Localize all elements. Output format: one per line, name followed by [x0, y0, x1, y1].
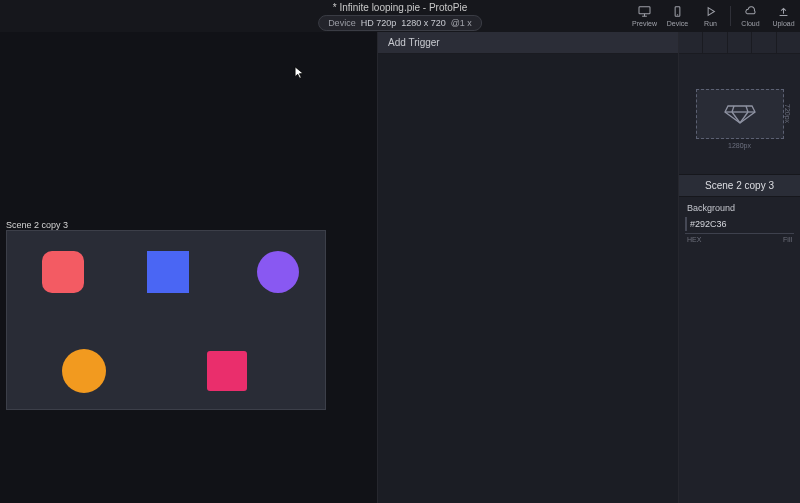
svg-rect-0 [639, 6, 650, 13]
inspector-panel: 1280px 720px Scene 2 copy 3 Background ✎… [678, 32, 800, 503]
inspector-action-2[interactable] [703, 32, 727, 53]
background-color-row: ✎ [679, 217, 800, 233]
scene-name-header[interactable]: Scene 2 copy 3 [679, 174, 800, 197]
preview-width-label: 1280px [697, 142, 783, 149]
svg-line-10 [746, 106, 748, 112]
device-scale: @1 x [451, 18, 472, 28]
svg-marker-5 [708, 7, 714, 15]
shape-circle-orange[interactable] [62, 349, 106, 393]
inspector-action-5[interactable] [777, 32, 800, 53]
preview-height-label: 720px [784, 90, 791, 138]
cloud-icon [744, 6, 757, 18]
device-button[interactable]: Device [661, 0, 694, 32]
scene-frame[interactable] [6, 230, 326, 410]
device-preset: HD 720p [361, 18, 397, 28]
shape-circle-purple[interactable] [257, 251, 299, 293]
inspector-action-3[interactable] [728, 32, 752, 53]
shape-square-pink[interactable] [207, 351, 247, 391]
document-title: * Infinite looping.pie - ProtoPie [333, 2, 468, 13]
interaction-panel: Add Trigger [377, 32, 678, 503]
monitor-icon [638, 6, 651, 18]
upload-button[interactable]: Upload [767, 0, 800, 32]
background-swatch[interactable] [685, 217, 687, 231]
scene-preview[interactable]: 1280px 720px [679, 54, 800, 174]
background-section-label: Background [679, 197, 800, 217]
add-trigger-button[interactable]: Add Trigger [378, 32, 678, 54]
interaction-body[interactable] [378, 54, 678, 503]
fill-sublabel: Fill [783, 236, 792, 243]
device-size: 1280 x 720 [401, 18, 446, 28]
device-selector[interactable]: Device HD 720p 1280 x 720 @1 x [318, 15, 482, 31]
device-label: Device [328, 18, 356, 28]
svg-marker-6 [725, 106, 755, 123]
canvas-panel[interactable]: Scene 2 copy 3 [0, 32, 377, 503]
toolbar-right: Preview Device Run Cloud Upload [628, 0, 800, 32]
separator [730, 6, 731, 26]
play-icon [704, 6, 717, 18]
hex-sublabel: HEX [687, 236, 701, 243]
cursor-icon [294, 66, 305, 84]
diamond-icon [723, 103, 757, 125]
background-hex-input[interactable] [690, 219, 800, 229]
upload-icon [777, 6, 790, 18]
inspector-action-4[interactable] [752, 32, 776, 53]
cloud-button[interactable]: Cloud [734, 0, 767, 32]
scene-label: Scene 2 copy 3 [6, 220, 68, 230]
preview-button[interactable]: Preview [628, 0, 661, 32]
top-bar: * Infinite looping.pie - ProtoPie Device… [0, 0, 800, 32]
inspector-action-1[interactable] [679, 32, 703, 53]
phone-icon [671, 6, 684, 18]
run-button[interactable]: Run [694, 0, 727, 32]
svg-line-8 [732, 106, 734, 112]
inspector-button-row [679, 32, 800, 54]
shape-square-blue[interactable] [147, 251, 189, 293]
preview-artboard: 1280px 720px [696, 89, 784, 139]
shape-rounded-red[interactable] [42, 251, 84, 293]
